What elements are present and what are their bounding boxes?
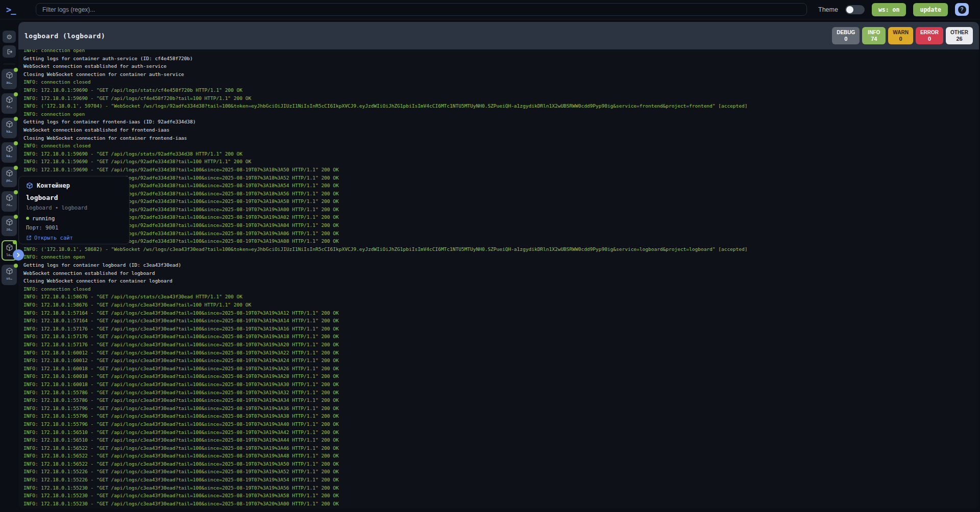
- settings-button[interactable]: ⚙: [3, 31, 16, 43]
- workspace: ⚙ au…fr…ka…ka…po…re…zo…lo…us… logboard (…: [0, 19, 980, 512]
- status-text: running: [32, 215, 55, 221]
- container-cube-icon: [6, 71, 13, 79]
- log-line: INFO: 172.18.0.1:59690 - "GET /api/logs/…: [23, 190, 974, 198]
- sidebar-container-ka[interactable]: ka…: [2, 142, 17, 163]
- status-dot-icon: [26, 217, 29, 220]
- log-panel-header: logboard (logboard) DEBUG0INFO74WARN0ERR…: [18, 22, 979, 49]
- sidebar-container-ka[interactable]: ka…: [2, 118, 17, 138]
- log-line: INFO: 172.18.0.1:55796 - "GET /api/logs/…: [23, 420, 974, 428]
- log-line: INFO: 172.18.0.1:55796 - "GET /api/logs/…: [23, 412, 974, 420]
- level-badge-warn[interactable]: WARN0: [888, 27, 913, 44]
- container-subtitle: logboard • logboard: [26, 204, 122, 211]
- online-status-dot: [14, 190, 18, 194]
- container-cube-icon: [6, 218, 13, 226]
- chevron-right-icon: [16, 252, 21, 258]
- badge-label: OTHER: [950, 29, 968, 36]
- open-site-link[interactable]: Открыть сайт: [26, 235, 122, 241]
- log-line: INFO: 172.18.0.1:55226 - "GET /api/logs/…: [23, 468, 974, 476]
- sidebar-container-us[interactable]: us…: [2, 265, 17, 285]
- log-line: Closing WebSocket connection for contain…: [23, 277, 974, 285]
- container-cube-icon: [6, 96, 13, 104]
- log-line: Closing WebSocket connection for contain…: [23, 134, 974, 142]
- open-site-label: Открыть сайт: [34, 235, 73, 241]
- sidebar-container-au[interactable]: au…: [2, 69, 17, 89]
- theme-toggle[interactable]: [845, 5, 865, 14]
- tooltip-header: Контейнер: [26, 182, 122, 189]
- logout-button[interactable]: [3, 45, 16, 58]
- sidebar-expand-button[interactable]: [13, 249, 24, 261]
- level-badge-other[interactable]: OTHER26: [946, 27, 973, 44]
- container-tile-label: zo…: [6, 227, 12, 232]
- sidebar-divider: [4, 64, 15, 64]
- log-line: Getting logs for container frontend-iaas…: [23, 118, 974, 126]
- badge-count: 74: [867, 36, 881, 42]
- log-line: Getting logs for container auth-service …: [23, 55, 974, 63]
- online-status-dot: [14, 68, 18, 72]
- log-area[interactable]: INFO: connection openGetting logs for co…: [18, 49, 979, 509]
- websocket-status-button[interactable]: ws: on: [872, 3, 906, 16]
- container-tile-label: au…: [6, 81, 12, 85]
- sidebar-container-zo[interactable]: zo…: [2, 216, 17, 236]
- log-line: INFO: 172.18.0.1:55786 - "GET /api/logs/…: [23, 396, 974, 404]
- log-line: Getting logs for container logboard (ID:…: [23, 261, 974, 269]
- log-line: WebSocket connection established for log…: [23, 269, 974, 277]
- log-line: INFO: 172.18.0.1:60018 - "GET /api/logs/…: [23, 365, 974, 373]
- log-line: INFO: 172.18.0.1:59690 - "GET /api/logs/…: [23, 158, 974, 166]
- log-line: INFO: 172.18.0.1:57176 - "GET /api/logs/…: [23, 332, 974, 341]
- sidebar-rail: ⚙ au…fr…ka…ka…po…re…zo…lo…us…: [0, 22, 18, 512]
- log-line: INFO: 172.18.0.1:59690 - "GET /api/logs/…: [23, 221, 974, 229]
- log-line: INFO: ('172.18.0.1', 59704) - "WebSocket…: [23, 102, 974, 110]
- log-line: WebSocket connection established for aut…: [23, 62, 974, 70]
- log-line: INFO: 172.18.0.1:59690 - "GET /api/logs/…: [23, 206, 974, 214]
- log-line: INFO: 172.18.0.1:55226 - "GET /api/logs/…: [23, 476, 974, 484]
- container-cube-icon: [6, 120, 13, 128]
- log-line: INFO: 172.18.0.1:56522 - "GET /api/logs/…: [23, 452, 974, 460]
- update-button[interactable]: update: [913, 3, 948, 16]
- log-line: INFO: 172.18.0.1:58676 - "GET /api/logs/…: [23, 301, 974, 309]
- container-tooltip: Контейнер logboard logboard • logboard r…: [18, 176, 130, 244]
- container-tile-label: us…: [6, 276, 12, 280]
- log-line: INFO: 172.18.0.1:59690 - "GET /api/logs/…: [23, 94, 974, 103]
- filter-logs-input[interactable]: [36, 3, 807, 16]
- online-status-dot: [14, 166, 18, 170]
- log-line: INFO: 172.18.0.1:59690 - "GET /api/logs/…: [23, 166, 974, 174]
- page-title: logboard (logboard): [24, 32, 105, 40]
- log-line: INFO: 172.18.0.1:59690 - "GET /api/logs/…: [23, 213, 974, 221]
- badge-count: 0: [920, 36, 939, 42]
- online-status-dot: [14, 117, 18, 121]
- theme-toggle-knob: [846, 6, 853, 13]
- logout-icon: [6, 48, 13, 55]
- sidebar-container-po[interactable]: po…: [2, 167, 17, 187]
- log-line: INFO: 172.18.0.1:60018 - "GET /api/logs/…: [23, 372, 974, 380]
- external-link-icon: [26, 235, 32, 241]
- badge-count: 26: [950, 36, 968, 42]
- terminal-logo-icon: >_: [6, 5, 29, 15]
- log-line: INFO: 172.18.0.1:57164 - "GET /api/logs/…: [23, 317, 974, 325]
- container-cube-icon: [26, 182, 33, 189]
- help-button[interactable]: ?: [955, 3, 969, 16]
- container-cube-icon: [6, 267, 13, 275]
- log-line: INFO: connection closed: [23, 78, 974, 86]
- log-line: INFO: connection closed: [23, 285, 974, 293]
- container-cube-icon: [6, 169, 13, 177]
- log-line: INFO: ('172.18.0.1', 58682) - "WebSocket…: [23, 245, 974, 253]
- log-line: INFO: connection open: [23, 110, 974, 118]
- container-status: running: [26, 215, 122, 221]
- badge-label: WARN: [893, 29, 909, 36]
- container-cube-icon: [6, 194, 13, 201]
- container-tile-label: po…: [6, 178, 12, 183]
- online-status-dot: [14, 264, 18, 268]
- log-line: INFO: 172.18.0.1:55786 - "GET /api/logs/…: [23, 389, 974, 397]
- sidebar-container-fr[interactable]: fr…: [2, 93, 17, 114]
- level-badge-info[interactable]: INFO74: [862, 27, 886, 44]
- log-line: INFO: 172.18.0.1:60012 - "GET /api/logs/…: [23, 356, 974, 365]
- log-line: INFO: 172.18.0.1:56510 - "GET /api/logs/…: [23, 428, 974, 437]
- level-badge-debug[interactable]: DEBUG0: [832, 27, 860, 44]
- log-line: Closing WebSocket connection for contain…: [23, 70, 974, 79]
- log-line: INFO: 172.18.0.1:56522 - "GET /api/logs/…: [23, 460, 974, 468]
- sidebar-container-re[interactable]: re…: [2, 191, 17, 212]
- level-badge-error[interactable]: ERROR0: [916, 27, 943, 44]
- container-tile-label: ka…: [6, 154, 12, 158]
- question-mark-icon: ?: [958, 6, 966, 14]
- log-line: INFO: 172.18.0.1:55796 - "GET /api/logs/…: [23, 404, 974, 413]
